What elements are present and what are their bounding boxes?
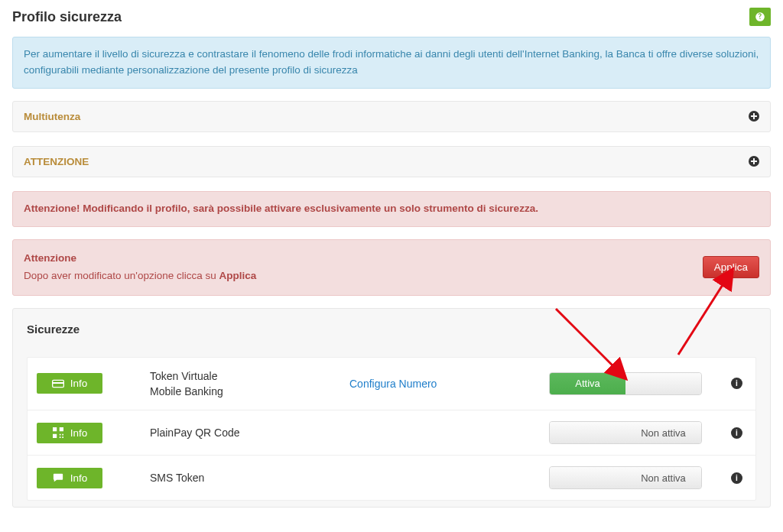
- security-row-plainpay: Info PlainPay QR Code Non attiva i: [28, 410, 755, 456]
- apply-alert: Attenzione Dopo aver modificato un'opzio…: [12, 239, 771, 296]
- toggle-plainpay[interactable]: Non attiva: [549, 421, 702, 444]
- info-icon[interactable]: i: [731, 427, 742, 439]
- help-icon: [755, 11, 765, 22]
- info-button-label: Info: [70, 427, 88, 439]
- security-row-token-virtuale: Info Token Virtuale Mobile Banking Confi…: [28, 358, 755, 411]
- toggle-token-virtuale[interactable]: Attiva: [549, 372, 702, 395]
- expand-icon: [749, 156, 759, 167]
- expand-icon: [749, 111, 759, 122]
- info-button-label: Info: [70, 472, 88, 484]
- security-list: Info Token Virtuale Mobile Banking Confi…: [27, 357, 756, 501]
- card-icon: [52, 378, 64, 389]
- info-icon[interactable]: i: [731, 378, 742, 389]
- security-label: PlainPay QR Code: [150, 425, 343, 440]
- toggle-on-label: [550, 422, 625, 443]
- warning-single-instrument: Attenzione! Modificando il profilo, sarà…: [12, 191, 771, 227]
- apply-alert-text-prefix: Dopo aver modificato un'opzione clicca s…: [24, 270, 219, 281]
- sicurezze-section: Sicurezze Info Token Virtuale Mobile Ban…: [12, 308, 771, 508]
- toggle-off-label: [625, 373, 701, 394]
- panel-attenzione-title: ATTENZIONE: [24, 156, 89, 167]
- info-button[interactable]: Info: [37, 468, 102, 488]
- panel-multiutenza-title: Multiutenza: [24, 111, 80, 122]
- qr-icon: [52, 427, 64, 438]
- info-button[interactable]: Info: [37, 373, 102, 394]
- toggle-on-label: [550, 467, 625, 488]
- apply-button[interactable]: Applica: [703, 256, 759, 278]
- info-alert: Per aumentare il livello di sicurezza e …: [12, 37, 771, 89]
- security-label: Token Virtuale Mobile Banking: [150, 368, 343, 400]
- svg-rect-5: [59, 434, 60, 436]
- configure-number-link[interactable]: Configura Numero: [349, 378, 437, 390]
- toggle-off-label: Non attiva: [625, 422, 701, 443]
- page-title: Profilo sicurezza: [12, 9, 122, 25]
- help-button[interactable]: [749, 8, 771, 26]
- security-label: SMS Token: [150, 470, 343, 485]
- apply-alert-text: Dopo aver modificato un'opzione clicca s…: [24, 268, 256, 284]
- svg-rect-2: [53, 427, 57, 431]
- info-button[interactable]: Info: [37, 423, 102, 443]
- panel-attenzione[interactable]: ATTENZIONE: [12, 146, 771, 177]
- panel-multiutenza[interactable]: Multiutenza: [12, 101, 771, 132]
- svg-rect-6: [62, 434, 63, 436]
- sms-icon: [52, 472, 64, 483]
- info-button-label: Info: [70, 378, 88, 389]
- svg-rect-3: [59, 427, 63, 431]
- info-icon[interactable]: i: [731, 472, 742, 484]
- toggle-on-label: Attiva: [550, 373, 625, 394]
- svg-rect-8: [62, 436, 63, 438]
- svg-rect-4: [53, 434, 57, 438]
- apply-alert-title: Attenzione: [24, 251, 256, 267]
- security-row-sms-token: Info SMS Token Non attiva i: [28, 456, 755, 500]
- apply-alert-text-bold: Applica: [219, 270, 256, 281]
- toggle-off-label: Non attiva: [625, 467, 701, 488]
- svg-rect-7: [59, 436, 60, 438]
- toggle-sms-token[interactable]: Non attiva: [549, 466, 702, 489]
- sicurezze-heading: Sicurezze: [27, 323, 756, 336]
- svg-rect-1: [52, 382, 63, 384]
